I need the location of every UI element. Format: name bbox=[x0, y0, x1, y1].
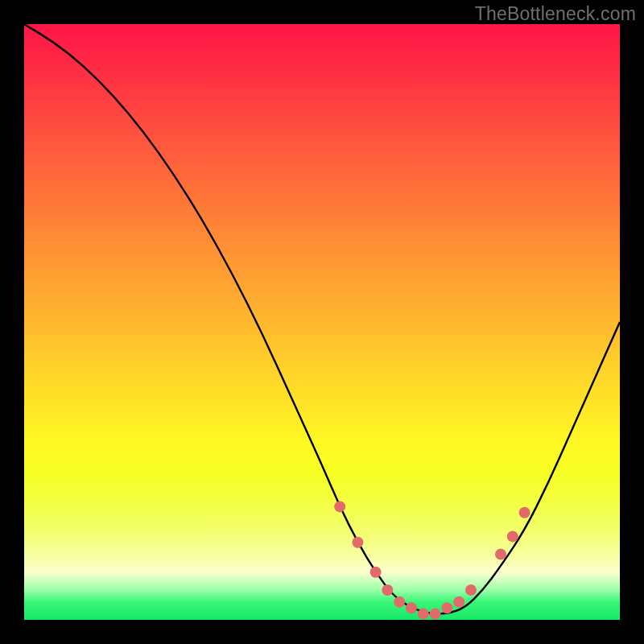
highlight-point bbox=[394, 597, 405, 608]
highlight-point bbox=[418, 609, 429, 620]
bottleneck-curve bbox=[24, 24, 620, 614]
highlight-point bbox=[495, 549, 506, 560]
chart-svg bbox=[24, 24, 620, 620]
highlight-point bbox=[430, 609, 441, 620]
highlight-point bbox=[382, 584, 393, 596]
highlight-point bbox=[334, 501, 345, 512]
highlighted-points-group bbox=[334, 501, 530, 619]
highlight-point bbox=[519, 507, 530, 518]
curve-path bbox=[24, 24, 620, 614]
highlight-point bbox=[352, 537, 363, 548]
highlight-point bbox=[370, 567, 382, 578]
highlight-point bbox=[465, 584, 477, 596]
watermark-text: TheBottleneck.com bbox=[475, 3, 636, 25]
highlight-point bbox=[507, 530, 518, 542]
highlight-point bbox=[453, 597, 464, 608]
chart-frame: TheBottleneck.com bbox=[0, 0, 644, 644]
highlight-point bbox=[441, 602, 452, 613]
highlight-point bbox=[406, 602, 417, 613]
